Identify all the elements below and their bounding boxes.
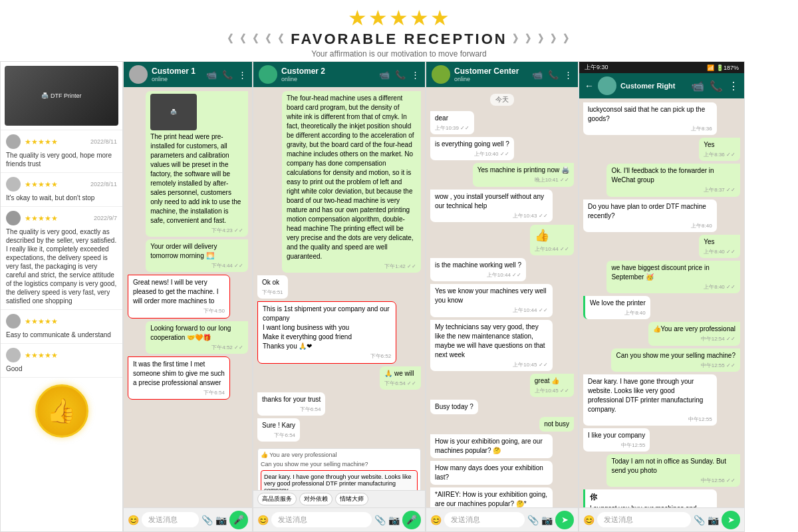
chat-message-highlighted: This is 1st shipment your company and ou… (257, 301, 396, 363)
message-time: 下午6:54 (262, 432, 295, 439)
message-time: 下午6:54 ✓✓ (384, 380, 416, 387)
message-time: 上午10:45 ✓✓ (435, 361, 548, 368)
chat-message: Busy today ? (430, 400, 478, 414)
chat-message: is everything going well ? 上午10:40 ✓✓ (430, 137, 514, 160)
video-icon[interactable]: 📹 (691, 80, 704, 92)
chat-name: Customer 2 (281, 66, 375, 76)
message-time: 上午10:43 ✓✓ (435, 212, 548, 219)
review-date: 2022/8/11 (90, 138, 117, 145)
attach-icon[interactable]: 📎 (694, 515, 705, 525)
attach-icon[interactable]: 📎 (201, 515, 213, 525)
right-chat-footer: 😊 发送消息 📎 📷 ➤ (579, 507, 744, 531)
message-time: 中午12:55 ✓✓ (616, 362, 735, 369)
chat-name: Customer Center (454, 66, 528, 76)
emoji-icon[interactable]: 😊 (128, 515, 139, 525)
message-time: 上午8:37 ✓✓ (611, 186, 735, 194)
header: ★★★★★ 《《《《《 FAVORABLE RECEPTION 》》》》》 Yo… (0, 0, 798, 61)
more-icon[interactable]: ⋮ (728, 80, 739, 92)
review-stars: ★★★★★ (25, 180, 58, 189)
message-text: not busy (544, 420, 569, 428)
chat-body-2: The four-head machine uses a different b… (253, 87, 425, 490)
phone-icon[interactable]: 📞 (710, 80, 723, 92)
avatar (6, 348, 21, 362)
review-item: ★★★★★ 2022/8/11 The quality is very good… (1, 130, 122, 173)
chat-name: Customer 1 (152, 66, 202, 76)
chat-message: 你 I suggest you buy our machines and con… (583, 489, 717, 507)
chat-message: not busy (539, 417, 574, 432)
avatar (6, 134, 21, 149)
avatar (432, 65, 450, 84)
chat-input[interactable]: 发送消息 (444, 512, 525, 527)
message-text: Ok. I'll feedback to the forwarder in We… (611, 167, 714, 184)
chat-message: Yes we know your machines very well you … (430, 284, 553, 317)
emoji-icon[interactable]: 😊 (583, 515, 595, 525)
message-text: Today I am not in office as Sunday. But … (611, 458, 726, 474)
message-text: 🙏 we will (384, 370, 414, 377)
emoji-icon[interactable]: 😊 (257, 515, 269, 525)
phone-icon[interactable]: 📞 (548, 70, 559, 80)
chat-input[interactable]: 发送消息 (597, 512, 691, 527)
message-time: 下午1:42 ✓✓ (287, 263, 416, 270)
more-icon[interactable]: ⋮ (564, 70, 573, 80)
attach-icon[interactable]: 📎 (527, 515, 539, 525)
chat-message: is the machine working well ? 上午10:44 ✓✓ (430, 258, 526, 281)
send-button[interactable]: ➤ (722, 511, 740, 529)
highlighted-nested: Dear kary. I have gone through your webs… (261, 470, 418, 490)
phone-icon[interactable]: 📞 (222, 70, 233, 80)
phone-icon[interactable]: 📞 (395, 70, 406, 80)
right-arrows: 》》》》》 (513, 33, 576, 47)
message-time: 下午6:52 (263, 352, 391, 360)
quick-reply-btn[interactable]: 对外依赖 (299, 493, 332, 505)
camera-icon[interactable]: 📷 (388, 515, 400, 525)
camera-icon[interactable]: 📷 (708, 515, 719, 525)
chat-message: My technicians say very good, they like … (430, 320, 553, 371)
chat-status: online (281, 76, 375, 82)
review-text: The quality is very good, hope more frie… (6, 151, 117, 168)
video-icon[interactable]: 📹 (532, 70, 543, 80)
chat-message-highlighted: Great news! I will be very pleased to ge… (128, 275, 230, 318)
chat-message: 🙏 we will 下午6:54 ✓✓ (380, 366, 421, 390)
back-icon[interactable]: ← (585, 80, 594, 91)
attach-icon[interactable]: 📎 (374, 515, 386, 525)
quick-reply-btn[interactable]: 高品质服务 (257, 493, 297, 505)
send-button[interactable]: 🎤 (402, 511, 421, 529)
video-icon[interactable]: 📹 (379, 70, 390, 80)
chat-message: wow , you install yourself without any o… (430, 190, 553, 222)
message-text: 👍You are very professional (653, 325, 735, 332)
review-stars: ★★★★★ (25, 351, 58, 360)
message-time: 上午8:40 (590, 309, 646, 317)
camera-icon[interactable]: 📷 (541, 515, 553, 525)
chat-message: thanks for your trust 下午6:54 (257, 392, 325, 416)
send-button[interactable]: 🎤 (229, 511, 248, 529)
chat-footer-1: 😊 发送消息 📎 📷 🎤 (124, 507, 252, 531)
message-time: 下午4:23 ✓✓ (150, 227, 243, 234)
message-time: 上午8:36 ✓✓ (704, 151, 735, 158)
message-text: is everything going well ? (435, 140, 509, 148)
love-the-printer-message: We love the printer 上午8:40 (583, 296, 650, 319)
chat-footer-2: 😊 发送消息 📎 📷 🎤 (253, 507, 425, 531)
message-time: 上午8:40 ✓✓ (704, 248, 735, 255)
message-text: Can you show me your selling machine? (616, 352, 735, 359)
message-text: I like your company (588, 432, 645, 439)
quick-reply-btn[interactable]: 情绪大师 (335, 493, 368, 505)
chat-input[interactable]: 发送消息 (271, 512, 372, 527)
video-icon[interactable]: 📹 (206, 70, 217, 80)
chat-message: How is your exhibition going, are our ma… (430, 434, 553, 458)
chat-message: Your order will delivery tomorrow mornin… (146, 239, 248, 272)
right-chat-body: luckyconsol said that he can pick up the… (579, 98, 744, 507)
camera-icon[interactable]: 📷 (215, 515, 227, 525)
message-time: 上午10:40 ✓✓ (435, 150, 509, 158)
nested-chat: 👍 You are very professional Can you show… (257, 448, 421, 490)
review-text: Good (6, 364, 117, 373)
more-icon[interactable]: ⋮ (238, 70, 247, 80)
more-icon[interactable]: ⋮ (411, 70, 420, 80)
message-text: I suggest you buy our machines and consu… (590, 505, 705, 507)
review-stars: ★★★★★ (25, 317, 58, 326)
nested-chat-label: 👍 You are very professional (261, 452, 418, 458)
chat-input[interactable]: 发送消息 (142, 512, 199, 527)
chat-message: Today I am not in office as Sunday. But … (606, 454, 740, 487)
signal-display: 📶 🔋187% (707, 65, 739, 71)
send-button[interactable]: ➤ (555, 511, 574, 529)
message-text: My technicians say very good, they like … (435, 323, 545, 358)
emoji-icon[interactable]: 😊 (430, 515, 442, 525)
